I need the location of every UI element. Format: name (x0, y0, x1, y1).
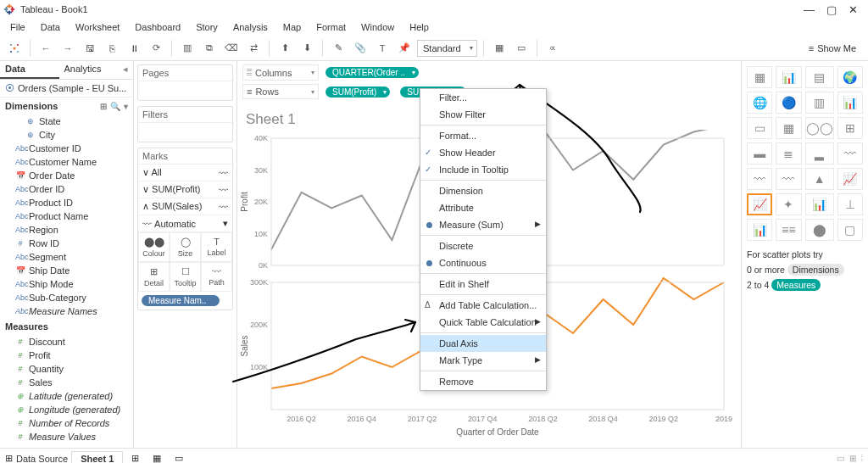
marks-sales-row[interactable]: ∧ SUM(Sales)〰 (138, 198, 232, 215)
duplicate-button[interactable]: ⧉ (200, 39, 219, 58)
sort-desc-button[interactable]: ⬇ (298, 39, 316, 58)
tableau-icon[interactable] (5, 39, 24, 58)
field-state[interactable]: ⊕State (0, 114, 133, 128)
showme-thumb-13[interactable]: ≣ (776, 142, 801, 165)
sort-asc-button[interactable]: ⬆ (275, 39, 294, 58)
menu-window[interactable]: Window (354, 20, 401, 34)
cards-button[interactable]: ▦ (490, 39, 509, 58)
columns-pill-quarter[interactable]: QUARTER(Order .. (326, 67, 419, 78)
marks-size-button[interactable]: ◯Size (170, 232, 201, 262)
search-icon[interactable]: 🔍 (110, 102, 120, 111)
field-product-name[interactable]: AbcProduct Name (0, 209, 133, 223)
rows-shelf-label[interactable]: ≡Rows (242, 84, 319, 99)
ctx-format-[interactable]: Format... (420, 127, 546, 144)
showme-thumb-4[interactable]: 🌐 (747, 92, 772, 114)
menu-dashboard[interactable]: Dashboard (128, 20, 187, 34)
text-button[interactable]: T (373, 39, 392, 58)
showme-thumb-23[interactable]: ⊥ (837, 193, 863, 215)
undo-button[interactable]: ← (36, 39, 55, 58)
pin-button[interactable]: 📌 (395, 39, 414, 58)
analytics-tab[interactable]: Analytics (59, 61, 119, 79)
ctx-continuous[interactable]: Continuous (420, 254, 546, 271)
field-customer-id[interactable]: AbcCustomer ID (0, 142, 133, 155)
menu-analysis[interactable]: Analysis (226, 20, 275, 34)
minimize-button[interactable]: — (804, 3, 815, 16)
pause-button[interactable]: ⏸ (125, 39, 143, 58)
group-button[interactable]: 📎 (351, 39, 370, 58)
new-sheet-button[interactable]: ▥ (178, 39, 197, 58)
showme-thumb-27[interactable]: ▢ (837, 219, 863, 241)
refresh-button[interactable]: ⟳ (147, 39, 165, 58)
field-customer-name[interactable]: AbcCustomer Name (0, 155, 133, 169)
menu-map[interactable]: Map (276, 20, 308, 34)
menu-help[interactable]: Help (403, 20, 436, 34)
field-order-id[interactable]: AbcOrder ID (0, 182, 133, 196)
ctx-show-header[interactable]: ✓Show Header (420, 144, 546, 161)
datasource-tab[interactable]: ⊞Data Source (5, 453, 68, 463)
new-dashboard-button[interactable]: ▦ (147, 453, 166, 463)
columns-shelf-label[interactable]: ⦙⦙⦙Columns (242, 64, 319, 81)
marks-label-button[interactable]: TLabel (201, 232, 232, 262)
field-ship-mode[interactable]: AbcShip Mode (0, 277, 133, 291)
ctx-measure-sum-[interactable]: Measure (Sum)▶ (420, 216, 546, 233)
field-measure-names[interactable]: AbcMeasure Names (0, 304, 133, 318)
ctx-add-table-calculation-[interactable]: ΔAdd Table Calculation... (420, 297, 546, 314)
showme-thumb-15[interactable]: 〰 (837, 142, 863, 165)
ctx-show-filter[interactable]: Show Filter (420, 106, 546, 123)
highlight-button[interactable]: ✎ (329, 39, 348, 58)
mark-type-dropdown[interactable]: 〰 Automatic▾ (138, 215, 232, 232)
view-data-icon[interactable]: ⊞ (100, 102, 107, 111)
showme-thumb-7[interactable]: 📊 (837, 92, 863, 114)
swap-button[interactable]: ⇄ (244, 39, 263, 58)
sort-icon[interactable]: ⦙ (861, 454, 863, 464)
showme-thumb-20[interactable]: 📈 (747, 193, 772, 215)
new-sheet-button[interactable]: ⊞ (126, 453, 144, 463)
field-region[interactable]: AbcRegion (0, 223, 133, 237)
filmstrip-icon[interactable]: ▭ (837, 454, 844, 464)
marks-tooltip-button[interactable]: ☐Tooltip (170, 262, 201, 292)
marks-colour-button[interactable]: ⬤⬤Colour (138, 232, 170, 262)
redo-button[interactable]: → (58, 39, 77, 58)
ctx-discrete[interactable]: Discrete (420, 237, 546, 254)
marks-path-button[interactable]: 〰Path (201, 262, 232, 292)
marks-all-row[interactable]: ∨ All〰 (138, 165, 232, 181)
save-button[interactable]: 🖫 (81, 39, 99, 58)
ctx-edit-in-shelf[interactable]: Edit in Shelf (420, 276, 546, 293)
showme-thumb-2[interactable]: ▤ (805, 66, 834, 88)
field-sub-category[interactable]: AbcSub-Category (0, 291, 133, 304)
showme-thumb-11[interactable]: ⊞ (837, 117, 863, 139)
ctx-dual-axis[interactable]: Dual Axis (420, 335, 546, 352)
data-tab[interactable]: Data (0, 61, 59, 79)
showme-thumb-22[interactable]: 📊 (805, 193, 834, 215)
showme-thumb-12[interactable]: ▬ (747, 142, 772, 165)
showme-thumb-6[interactable]: ▥ (805, 92, 834, 114)
share-button[interactable]: ∝ (543, 39, 562, 58)
pages-shelf[interactable]: Pages (137, 64, 233, 101)
clear-button[interactable]: ⌫ (222, 39, 241, 58)
menu-worksheet[interactable]: Worksheet (69, 20, 126, 34)
field-segment[interactable]: AbcSegment (0, 250, 133, 264)
showme-thumb-3[interactable]: 🌍 (837, 66, 863, 88)
showme-thumb-17[interactable]: 〰 (776, 168, 801, 190)
maximize-button[interactable]: ▢ (826, 3, 837, 16)
menu-icon[interactable]: ▾ (124, 102, 128, 111)
sheet1-tab[interactable]: Sheet 1 (71, 451, 123, 463)
collapse-datapane-button[interactable]: ◂ (118, 61, 133, 79)
marks-profit-row[interactable]: ∨ SUM(Profit)〰 (138, 181, 232, 198)
data-source-item[interactable]: ⦿ Orders (Sample - EU Su... (0, 80, 133, 98)
close-button[interactable]: ✕ (849, 3, 858, 16)
rows-pill-profit[interactable]: SUM(Profit) (326, 86, 390, 98)
measure-names-pill[interactable]: Measure Nam.. (142, 295, 220, 306)
showme-thumb-0[interactable]: ▦ (747, 66, 772, 88)
ctx-remove[interactable]: Remove (420, 373, 546, 390)
showme-thumb-18[interactable]: ▲ (805, 168, 834, 190)
showme-thumb-14[interactable]: ▂ (805, 142, 834, 165)
grid-icon[interactable]: ⊞ (849, 454, 856, 464)
filters-shelf[interactable]: Filters (137, 106, 233, 142)
menu-file[interactable]: File (3, 20, 32, 34)
showme-thumb-9[interactable]: ▦ (776, 117, 801, 139)
field-number-of-records[interactable]: #Number of Records (0, 416, 133, 430)
showme-thumb-16[interactable]: 〰 (747, 168, 772, 190)
new-datasource-button[interactable]: ⎘ (103, 39, 121, 58)
showme-button[interactable]: ≡ Show Me (802, 42, 863, 55)
